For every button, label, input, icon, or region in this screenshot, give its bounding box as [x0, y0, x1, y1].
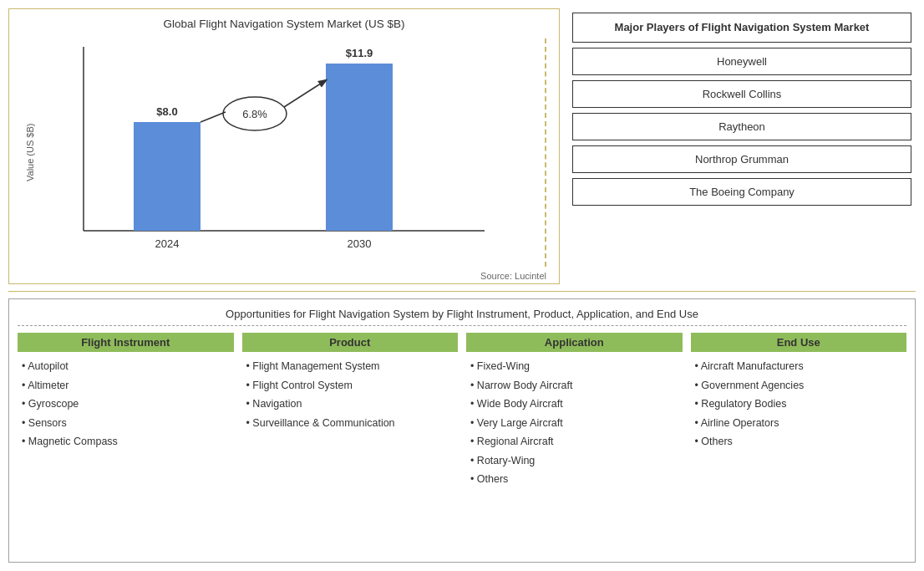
list-item: Sensors — [22, 414, 234, 433]
list-item: Autopilot — [22, 357, 234, 376]
list-item: Flight Management System — [246, 357, 459, 376]
list-item: Wide Body Aircraft — [470, 395, 683, 414]
chart-area: Global Flight Navigation System Market (… — [8, 8, 560, 284]
svg-text:$11.9: $11.9 — [346, 47, 373, 59]
categories-row: Flight Instrument Autopilot Altimeter Gy… — [18, 333, 906, 553]
player-honeywell: Honeywell — [572, 48, 911, 75]
product-items: Flight Management System Flight Control … — [242, 357, 459, 432]
svg-text:2024: 2024 — [155, 237, 180, 250]
chart-title: Global Flight Navigation System Market (… — [22, 18, 546, 30]
list-item: Magnetic Compass — [22, 432, 234, 451]
list-item: Rotary-Wing — [470, 451, 683, 471]
category-application: Application Fixed-Wing Narrow Body Aircr… — [466, 333, 683, 553]
player-raytheon: Raytheon — [572, 113, 911, 140]
category-flight-instrument: Flight Instrument Autopilot Altimeter Gy… — [18, 333, 234, 553]
end-use-items: Aircraft Manufacturers Government Agenci… — [691, 357, 907, 451]
player-boeing: The Boeing Company — [572, 178, 911, 206]
players-title: Major Players of Flight Navigation Syste… — [572, 13, 911, 43]
flight-instrument-items: Autopilot Altimeter Gyroscope Sensors Ma… — [18, 357, 234, 451]
player-rockwell: Rockwell Collins — [572, 80, 911, 108]
category-end-use: End Use Aircraft Manufacturers Governmen… — [691, 333, 907, 553]
list-item: Altimeter — [22, 376, 234, 395]
bottom-section: Opportunities for Flight Navigation Syst… — [8, 298, 916, 563]
list-item: Narrow Body Aircraft — [470, 376, 683, 395]
major-players-panel: Major Players of Flight Navigation Syste… — [568, 8, 916, 284]
player-northrop: Northrop Grumman — [572, 145, 911, 173]
end-use-header: End Use — [691, 333, 907, 352]
list-item: Aircraft Manufacturers — [695, 357, 907, 376]
y-axis-label: Value (US $B) — [22, 38, 38, 267]
list-item: Very Large Aircraft — [470, 414, 683, 433]
svg-text:6.8%: 6.8% — [242, 108, 267, 120]
list-item: Flight Control System — [246, 376, 459, 395]
svg-text:$8.0: $8.0 — [156, 105, 177, 118]
list-item: Surveillance & Communication — [246, 414, 459, 433]
svg-rect-3 — [326, 64, 393, 231]
chart-border-right — [545, 38, 546, 267]
section-divider — [8, 291, 916, 292]
category-product: Product Flight Management System Flight … — [242, 333, 459, 553]
svg-line-11 — [201, 112, 226, 122]
product-header: Product — [242, 333, 459, 352]
list-item: Regulatory Bodies — [695, 395, 907, 414]
list-item: Others — [695, 432, 907, 451]
svg-line-10 — [284, 80, 326, 107]
list-item: Fixed-Wing — [470, 357, 683, 376]
list-item: Regional Aircraft — [470, 432, 683, 451]
svg-rect-2 — [134, 122, 201, 231]
flight-instrument-header: Flight Instrument — [18, 333, 234, 352]
list-item: Government Agencies — [695, 376, 907, 395]
list-item: Navigation — [246, 395, 459, 414]
list-item: Others — [470, 470, 683, 489]
application-header: Application — [466, 333, 683, 352]
application-items: Fixed-Wing Narrow Body Aircraft Wide Bod… — [466, 357, 683, 489]
svg-text:2030: 2030 — [348, 237, 372, 250]
opportunities-title: Opportunities for Flight Navigation Syst… — [18, 308, 906, 326]
source-text: Source: Lucintel — [22, 271, 546, 281]
list-item: Airline Operators — [695, 414, 907, 433]
list-item: Gyroscope — [22, 395, 234, 414]
chart-svg: $8.0 $11.9 2024 2030 6.8% — [38, 38, 546, 267]
